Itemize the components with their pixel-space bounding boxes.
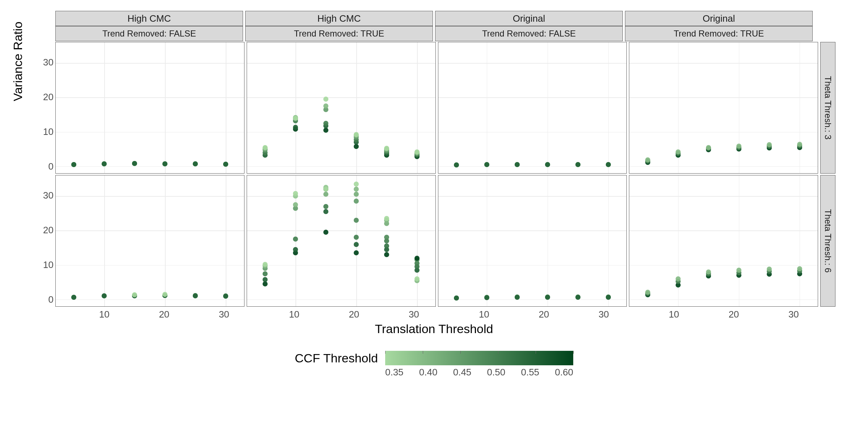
data-point	[384, 146, 389, 151]
col-strip-cmc: High CMC	[55, 11, 243, 26]
data-point	[515, 162, 520, 167]
facet-panel	[55, 175, 244, 307]
data-point	[293, 247, 298, 252]
data-point	[767, 267, 772, 272]
facet-panel	[629, 175, 818, 307]
legend-title: CCF Threshold	[295, 351, 378, 365]
data-point	[414, 276, 420, 281]
data-point	[102, 293, 107, 298]
data-point	[545, 162, 550, 167]
data-point	[606, 162, 611, 167]
data-point	[354, 218, 359, 223]
data-point	[384, 235, 389, 240]
data-point	[132, 292, 137, 297]
data-point	[454, 295, 459, 301]
x-tick-label: 30	[408, 309, 419, 320]
x-tick-label: 30	[788, 309, 799, 320]
data-point	[767, 142, 772, 147]
col-strip-cmc: Original	[625, 11, 813, 26]
data-point	[645, 157, 650, 162]
data-point	[323, 192, 328, 197]
col-strip-trend: Trend Removed: TRUE	[625, 26, 813, 41]
data-point	[263, 145, 268, 150]
x-tick-label: 10	[478, 309, 489, 320]
data-point	[293, 116, 298, 121]
data-point	[645, 290, 650, 295]
facet-panel	[629, 42, 818, 174]
data-point	[384, 216, 389, 221]
data-point	[736, 268, 741, 273]
data-point	[223, 162, 228, 167]
x-tick-label: 30	[218, 309, 229, 320]
data-point	[676, 149, 681, 154]
data-point	[354, 235, 359, 240]
data-point	[354, 192, 359, 197]
data-point	[293, 125, 298, 130]
data-point	[193, 293, 198, 298]
data-point	[102, 161, 107, 166]
x-tick-label: 10	[668, 309, 679, 320]
legend-tick-label: 0.45	[453, 367, 472, 378]
facet-grid: High CMCHigh CMCOriginalOriginalTrend Re…	[54, 11, 835, 307]
data-point	[706, 145, 711, 150]
col-strip-cmc: High CMC	[245, 11, 433, 26]
legend-colorbar	[385, 351, 573, 365]
data-point	[676, 276, 681, 281]
data-point	[797, 142, 802, 147]
color-legend: CCF Threshold 0.350.400.450.500.550.60	[7, 351, 861, 365]
data-point	[193, 161, 198, 166]
facet-panel	[438, 175, 627, 307]
data-point	[484, 162, 489, 167]
data-point	[293, 237, 298, 242]
data-point	[71, 295, 76, 300]
y-tick-label: 0	[36, 294, 54, 305]
data-point	[515, 295, 520, 300]
data-point	[706, 269, 711, 275]
y-tick-label: 30	[36, 57, 54, 68]
y-axis-title: Variance Ratio	[11, 22, 25, 102]
data-point	[263, 281, 268, 286]
legend-tick-label: 0.35	[385, 367, 404, 378]
x-tick-label: 20	[159, 309, 170, 320]
data-point	[606, 295, 611, 300]
data-point	[323, 97, 328, 102]
data-point	[354, 182, 359, 187]
data-point	[354, 250, 359, 255]
data-point	[263, 262, 268, 267]
data-point	[323, 103, 328, 109]
legend-tick-label: 0.60	[555, 367, 573, 378]
data-point	[263, 277, 268, 282]
y-tick-label: 0	[36, 161, 54, 172]
data-point	[354, 187, 359, 192]
data-point	[454, 162, 459, 167]
data-point	[484, 295, 489, 300]
data-point	[414, 256, 420, 261]
data-point	[263, 271, 268, 276]
row-strip-theta: Theta Thresh.: 3	[820, 42, 835, 174]
data-point	[293, 202, 298, 207]
x-axis-title: Translation Threshold	[7, 322, 861, 336]
data-point	[575, 295, 580, 300]
data-point	[323, 121, 328, 126]
x-tick-label: 10	[289, 309, 299, 320]
data-point	[384, 243, 389, 248]
facet-panel	[247, 175, 436, 307]
y-tick-label: 30	[36, 190, 54, 201]
data-point	[797, 266, 802, 271]
data-point	[71, 162, 76, 167]
x-tick-label: 20	[349, 309, 359, 320]
legend-tick-label: 0.50	[487, 367, 506, 378]
faceted-scatter-chart: Variance Ratio Translation Threshold Hig…	[7, 7, 861, 427]
legend-tick-label: 0.40	[419, 367, 438, 378]
col-strip-trend: Trend Removed: TRUE	[245, 26, 433, 41]
data-point	[384, 252, 389, 257]
data-point	[575, 162, 580, 167]
x-tick-label: 10	[99, 309, 110, 320]
data-point	[414, 149, 420, 154]
data-point	[323, 230, 328, 235]
facet-panel	[55, 42, 244, 174]
data-point	[323, 204, 328, 209]
data-point	[162, 292, 167, 297]
x-tick-label: 30	[598, 309, 609, 320]
col-strip-trend: Trend Removed: FALSE	[435, 26, 623, 41]
